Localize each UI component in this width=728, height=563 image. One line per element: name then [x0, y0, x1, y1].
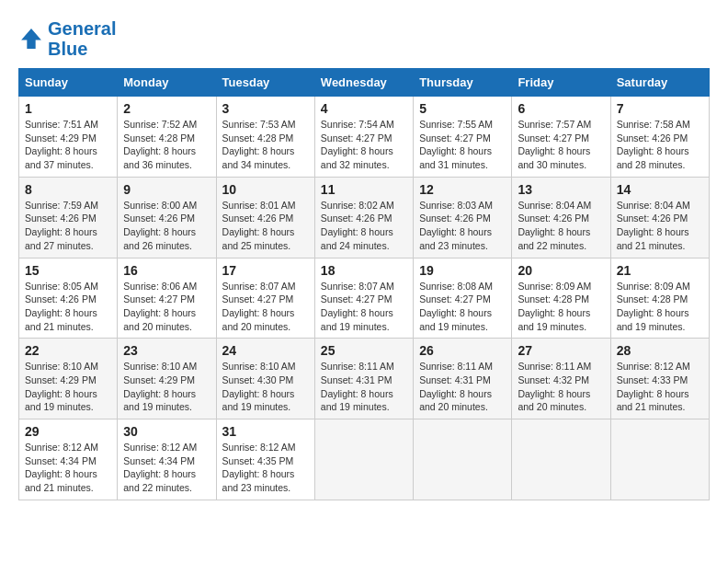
calendar-week-row: 22 Sunrise: 8:10 AMSunset: 4:29 PMDaylig… [19, 339, 710, 419]
day-info: Sunrise: 8:04 AMSunset: 4:26 PMDaylight:… [518, 200, 591, 251]
day-info: Sunrise: 7:55 AMSunset: 4:27 PMDaylight:… [419, 119, 493, 170]
day-info: Sunrise: 8:12 AMSunset: 4:33 PMDaylight:… [617, 361, 690, 412]
calendar-cell: 9 Sunrise: 8:00 AMSunset: 4:26 PMDayligh… [118, 177, 216, 258]
calendar-cell: 14 Sunrise: 8:04 AMSunset: 4:26 PMDaylig… [610, 177, 709, 258]
calendar-week-row: 29 Sunrise: 8:12 AMSunset: 4:34 PMDaylig… [19, 419, 710, 500]
calendar-cell: 13 Sunrise: 8:04 AMSunset: 4:26 PMDaylig… [512, 177, 610, 258]
weekday-header-sunday: Sunday [19, 69, 118, 97]
calendar-cell: 12 Sunrise: 8:03 AMSunset: 4:26 PMDaylig… [414, 177, 512, 258]
calendar-cell: 15 Sunrise: 8:05 AMSunset: 4:26 PMDaylig… [19, 258, 118, 339]
calendar-cell: 20 Sunrise: 8:09 AMSunset: 4:28 PMDaylig… [512, 258, 610, 339]
calendar-cell: 26 Sunrise: 8:11 AMSunset: 4:31 PMDaylig… [414, 339, 512, 419]
calendar-week-row: 1 Sunrise: 7:51 AMSunset: 4:29 PMDayligh… [19, 97, 710, 178]
weekday-header-saturday: Saturday [610, 69, 709, 97]
day-info: Sunrise: 8:12 AMSunset: 4:35 PMDaylight:… [222, 442, 296, 493]
calendar-cell: 5 Sunrise: 7:55 AMSunset: 4:27 PMDayligh… [414, 97, 512, 178]
calendar-cell: 30 Sunrise: 8:12 AMSunset: 4:34 PMDaylig… [118, 419, 216, 500]
day-number: 26 [419, 343, 506, 358]
day-info: Sunrise: 8:00 AMSunset: 4:26 PMDaylight:… [123, 200, 197, 251]
calendar-cell: 28 Sunrise: 8:12 AMSunset: 4:33 PMDaylig… [610, 339, 709, 419]
day-number: 6 [518, 101, 604, 116]
calendar-cell: 21 Sunrise: 8:09 AMSunset: 4:28 PMDaylig… [610, 258, 709, 339]
day-info: Sunrise: 7:53 AMSunset: 4:28 PMDaylight:… [222, 119, 296, 170]
day-number: 17 [222, 263, 309, 278]
calendar-week-row: 8 Sunrise: 7:59 AMSunset: 4:26 PMDayligh… [19, 177, 710, 258]
weekday-header-wednesday: Wednesday [314, 69, 413, 97]
calendar-cell: 22 Sunrise: 8:10 AMSunset: 4:29 PMDaylig… [19, 339, 118, 419]
day-number: 25 [321, 343, 407, 358]
calendar-week-row: 15 Sunrise: 8:05 AMSunset: 4:26 PMDaylig… [19, 258, 710, 339]
day-number: 8 [25, 182, 111, 197]
calendar-cell [512, 419, 610, 500]
day-info: Sunrise: 7:52 AMSunset: 4:28 PMDaylight:… [123, 119, 197, 170]
day-info: Sunrise: 7:59 AMSunset: 4:26 PMDaylight:… [25, 200, 98, 251]
day-number: 24 [222, 343, 309, 358]
day-number: 13 [518, 182, 604, 197]
day-number: 31 [222, 424, 309, 439]
day-info: Sunrise: 7:58 AMSunset: 4:26 PMDaylight:… [617, 119, 690, 170]
day-number: 1 [25, 101, 111, 116]
calendar-cell: 7 Sunrise: 7:58 AMSunset: 4:26 PMDayligh… [610, 97, 709, 178]
weekday-header-tuesday: Tuesday [216, 69, 314, 97]
day-info: Sunrise: 8:07 AMSunset: 4:27 PMDaylight:… [222, 281, 296, 332]
day-info: Sunrise: 8:07 AMSunset: 4:27 PMDaylight:… [321, 281, 394, 332]
calendar-cell: 3 Sunrise: 7:53 AMSunset: 4:28 PMDayligh… [216, 97, 314, 178]
calendar-cell: 25 Sunrise: 8:11 AMSunset: 4:31 PMDaylig… [314, 339, 413, 419]
day-info: Sunrise: 8:11 AMSunset: 4:31 PMDaylight:… [321, 361, 394, 412]
day-info: Sunrise: 8:11 AMSunset: 4:32 PMDaylight:… [518, 361, 591, 412]
calendar-cell: 8 Sunrise: 7:59 AMSunset: 4:26 PMDayligh… [19, 177, 118, 258]
day-number: 18 [321, 263, 407, 278]
calendar-cell: 2 Sunrise: 7:52 AMSunset: 4:28 PMDayligh… [118, 97, 216, 178]
day-info: Sunrise: 8:01 AMSunset: 4:26 PMDaylight:… [222, 200, 296, 251]
calendar-cell: 16 Sunrise: 8:06 AMSunset: 4:27 PMDaylig… [118, 258, 216, 339]
day-number: 28 [617, 343, 703, 358]
calendar-cell: 17 Sunrise: 8:07 AMSunset: 4:27 PMDaylig… [216, 258, 314, 339]
page-header: General Blue [18, 18, 710, 59]
day-info: Sunrise: 8:12 AMSunset: 4:34 PMDaylight:… [123, 442, 197, 493]
day-number: 2 [123, 101, 210, 116]
calendar-cell: 31 Sunrise: 8:12 AMSunset: 4:35 PMDaylig… [216, 419, 314, 500]
calendar-table: SundayMondayTuesdayWednesdayThursdayFrid… [18, 68, 710, 500]
day-info: Sunrise: 8:12 AMSunset: 4:34 PMDaylight:… [25, 442, 98, 493]
day-info: Sunrise: 8:10 AMSunset: 4:30 PMDaylight:… [222, 361, 296, 412]
day-number: 20 [518, 263, 604, 278]
day-info: Sunrise: 8:05 AMSunset: 4:26 PMDaylight:… [25, 281, 98, 332]
day-number: 16 [123, 263, 210, 278]
calendar-cell: 4 Sunrise: 7:54 AMSunset: 4:27 PMDayligh… [314, 97, 413, 178]
day-info: Sunrise: 8:03 AMSunset: 4:26 PMDaylight:… [419, 200, 493, 251]
day-info: Sunrise: 8:06 AMSunset: 4:27 PMDaylight:… [123, 281, 197, 332]
day-number: 19 [419, 263, 506, 278]
day-info: Sunrise: 7:57 AMSunset: 4:27 PMDaylight:… [518, 119, 591, 170]
calendar-cell: 29 Sunrise: 8:12 AMSunset: 4:34 PMDaylig… [19, 419, 118, 500]
day-number: 14 [617, 182, 703, 197]
calendar-cell: 6 Sunrise: 7:57 AMSunset: 4:27 PMDayligh… [512, 97, 610, 178]
day-number: 7 [617, 101, 703, 116]
calendar-cell [314, 419, 413, 500]
calendar-cell: 18 Sunrise: 8:07 AMSunset: 4:27 PMDaylig… [314, 258, 413, 339]
calendar-header-row: SundayMondayTuesdayWednesdayThursdayFrid… [19, 69, 710, 97]
day-number: 5 [419, 101, 506, 116]
day-info: Sunrise: 8:09 AMSunset: 4:28 PMDaylight:… [617, 281, 690, 332]
day-number: 11 [321, 182, 407, 197]
calendar-cell: 27 Sunrise: 8:11 AMSunset: 4:32 PMDaylig… [512, 339, 610, 419]
weekday-header-friday: Friday [512, 69, 610, 97]
logo: General Blue [18, 18, 116, 59]
day-number: 12 [419, 182, 506, 197]
logo-text: General Blue [48, 18, 116, 59]
day-info: Sunrise: 8:11 AMSunset: 4:31 PMDaylight:… [419, 361, 493, 412]
day-info: Sunrise: 8:10 AMSunset: 4:29 PMDaylight:… [25, 361, 98, 412]
day-number: 23 [123, 343, 210, 358]
day-number: 3 [222, 101, 309, 116]
calendar-cell: 1 Sunrise: 7:51 AMSunset: 4:29 PMDayligh… [19, 97, 118, 178]
day-number: 22 [25, 343, 111, 358]
weekday-header-thursday: Thursday [414, 69, 512, 97]
logo-icon [18, 26, 44, 52]
weekday-header-monday: Monday [118, 69, 216, 97]
day-number: 27 [518, 343, 604, 358]
day-info: Sunrise: 8:09 AMSunset: 4:28 PMDaylight:… [518, 281, 591, 332]
day-number: 9 [123, 182, 210, 197]
calendar-cell: 11 Sunrise: 8:02 AMSunset: 4:26 PMDaylig… [314, 177, 413, 258]
calendar-cell: 24 Sunrise: 8:10 AMSunset: 4:30 PMDaylig… [216, 339, 314, 419]
calendar-cell [414, 419, 512, 500]
calendar-cell: 23 Sunrise: 8:10 AMSunset: 4:29 PMDaylig… [118, 339, 216, 419]
